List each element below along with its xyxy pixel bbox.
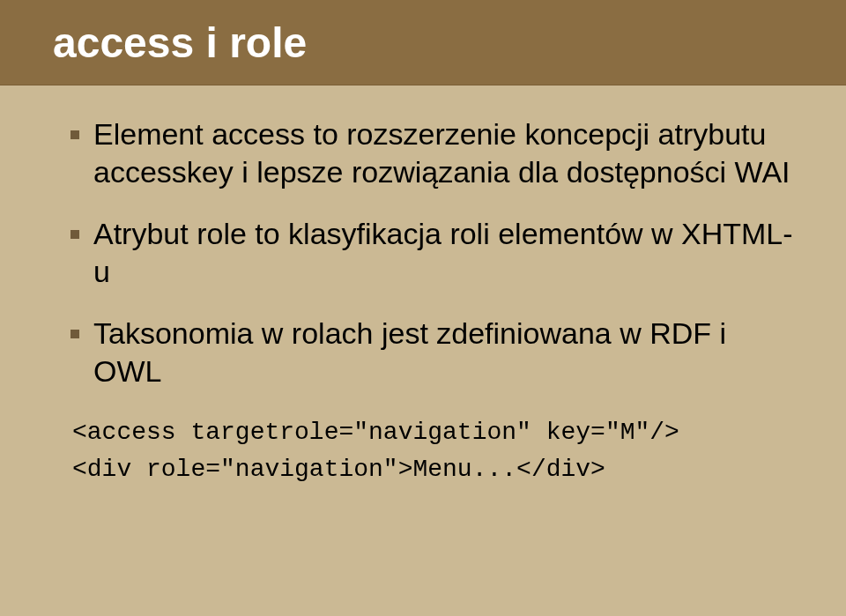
bullet-list: Element access to rozszerzenie koncepcji… xyxy=(70,115,793,390)
slide-content: Element access to rozszerzenie koncepcji… xyxy=(0,85,846,488)
bullet-item: Atrybut role to klasyfikacja roli elemen… xyxy=(70,215,793,290)
code-block: <access targetrole="navigation" key="M"/… xyxy=(72,414,793,488)
code-line: <access targetrole="navigation" key="M"/… xyxy=(72,414,793,451)
slide: access i role Element access to rozszerz… xyxy=(0,0,846,616)
bullet-item: Taksonomia w rolach jest zdefiniowana w … xyxy=(70,315,793,390)
code-line: <div role="navigation">Menu...</div> xyxy=(72,451,793,488)
slide-title: access i role xyxy=(53,19,307,67)
bullet-item: Element access to rozszerzenie koncepcji… xyxy=(70,115,793,190)
title-bar: access i role xyxy=(0,0,846,85)
